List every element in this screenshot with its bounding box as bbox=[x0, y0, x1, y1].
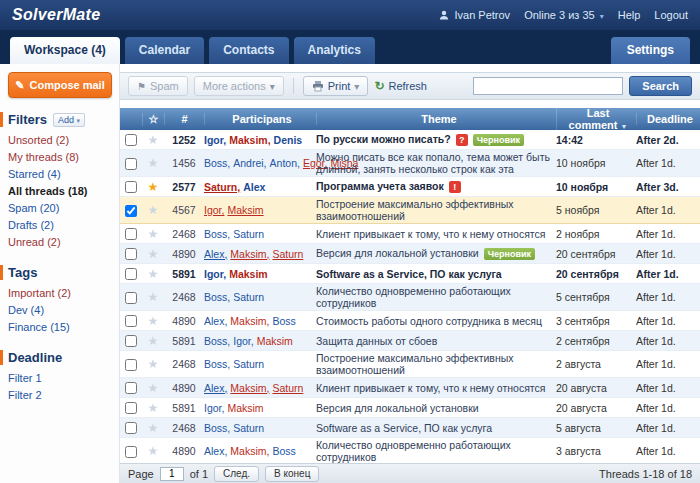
row-checkbox[interactable] bbox=[125, 359, 137, 371]
participant-link[interactable]: Maksim bbox=[257, 335, 293, 347]
thread-subject[interactable]: Software as a Service, ПО как услуга bbox=[316, 268, 502, 280]
star-toggle-icon[interactable]: ★ bbox=[148, 314, 159, 328]
thread-subject[interactable]: Клиент привыкает к тому, что к нему отно… bbox=[316, 228, 545, 240]
thread-row[interactable]: ★1456Boss,Andrei,Anton,Egor,MishaМожно п… bbox=[120, 150, 700, 177]
participant-link[interactable]: Alex bbox=[243, 181, 265, 193]
participant-link[interactable]: Saturn bbox=[272, 248, 303, 260]
sidebar-item-my-threads-8[interactable]: My threads (8) bbox=[8, 149, 113, 166]
sidebar-item-filter-2[interactable]: Filter 2 bbox=[8, 387, 113, 404]
participant-link[interactable]: Igor, bbox=[204, 134, 226, 146]
thread-row[interactable]: ★5891Igor,MaksimВерсия для локальной уст… bbox=[120, 398, 700, 418]
star-toggle-icon[interactable]: ★ bbox=[148, 227, 159, 241]
thread-subject[interactable]: Построение максимально эффективных взаим… bbox=[316, 352, 514, 376]
participant-link[interactable]: Saturn bbox=[233, 228, 264, 240]
row-checkbox[interactable] bbox=[125, 292, 137, 304]
star-toggle-icon[interactable]: ★ bbox=[148, 267, 159, 281]
participant-link[interactable]: Boss, bbox=[204, 422, 230, 434]
participant-link[interactable]: Denis bbox=[274, 134, 303, 146]
star-toggle-icon[interactable]: ★ bbox=[148, 133, 159, 147]
participant-link[interactable]: Alex, bbox=[204, 248, 227, 260]
participant-link[interactable]: Maksim, bbox=[230, 315, 269, 327]
participant-link[interactable]: Igor, bbox=[233, 335, 253, 347]
header-deadline[interactable]: Deadline bbox=[636, 113, 700, 125]
help-link[interactable]: Help bbox=[618, 9, 641, 21]
participant-link[interactable]: Boss, bbox=[204, 335, 230, 347]
row-checkbox[interactable] bbox=[125, 181, 137, 193]
thread-subject[interactable]: Программа учета заявок bbox=[316, 180, 444, 192]
row-checkbox[interactable] bbox=[125, 402, 137, 414]
thread-subject[interactable]: Количество одновременно работающих сотру… bbox=[316, 285, 511, 309]
thread-subject[interactable]: Количество одновременно работающих сотру… bbox=[316, 439, 511, 463]
tab-analytics[interactable]: Analytics bbox=[294, 37, 375, 64]
thread-subject[interactable]: Можно писать все как попало, тема может … bbox=[316, 151, 550, 175]
star-toggle-icon[interactable]: ★ bbox=[148, 203, 159, 217]
row-checkbox[interactable] bbox=[125, 382, 137, 394]
participant-link[interactable]: Maksim bbox=[227, 204, 263, 216]
sidebar-item-filter-1[interactable]: Filter 1 bbox=[8, 370, 113, 387]
thread-row[interactable]: ★2468Boss,SaturnКлиент привыкает к тому,… bbox=[120, 224, 700, 244]
participant-link[interactable]: Anton, bbox=[270, 157, 300, 169]
thread-subject[interactable]: Построение максимально эффективных взаим… bbox=[316, 198, 514, 222]
participant-link[interactable]: Saturn bbox=[233, 422, 264, 434]
star-toggle-icon[interactable]: ★ bbox=[148, 247, 159, 261]
thread-subject[interactable]: Стоимость работы одного сотрудника в мес… bbox=[316, 315, 542, 327]
header-participants[interactable]: Participans bbox=[204, 113, 316, 125]
thread-row[interactable]: ★2468Boss,SaturnКоличество одновременно … bbox=[120, 284, 700, 311]
header-star-column[interactable]: ☆ bbox=[142, 113, 164, 126]
thread-row[interactable]: ★2468Boss,SaturnSoftware as a Service, П… bbox=[120, 418, 700, 438]
row-checkbox[interactable] bbox=[125, 228, 137, 240]
thread-subject[interactable]: Защита данных от сбоев bbox=[316, 335, 437, 347]
participant-link[interactable]: Saturn bbox=[272, 382, 303, 394]
participant-link[interactable]: Boss, bbox=[204, 228, 230, 240]
thread-subject[interactable]: Версия для локальной установки bbox=[316, 247, 479, 259]
thread-subject[interactable]: Версия для локальной установки bbox=[316, 402, 479, 414]
sidebar-item-drafts-2[interactable]: Drafts (2) bbox=[8, 217, 113, 234]
search-input[interactable] bbox=[473, 77, 623, 95]
sidebar-item-all-threads-18[interactable]: All threads (18) bbox=[8, 183, 113, 200]
participant-link[interactable]: Maksim, bbox=[230, 382, 269, 394]
participant-link[interactable]: Boss bbox=[272, 445, 295, 457]
sidebar-item-dev-4[interactable]: Dev (4) bbox=[8, 302, 113, 319]
row-checkbox[interactable] bbox=[125, 205, 137, 217]
more-actions-button[interactable]: More actions ▾ bbox=[194, 76, 284, 96]
star-toggle-icon[interactable]: ★ bbox=[148, 180, 159, 194]
thread-row[interactable]: ★5891Igor,MaksimSoftware as a Service, П… bbox=[120, 264, 700, 284]
thread-row[interactable]: ★4890Alex,Maksim,BossКоличество одноврем… bbox=[120, 438, 700, 463]
next-page-button[interactable]: След. bbox=[214, 466, 259, 482]
participant-link[interactable]: Maksim, bbox=[230, 248, 269, 260]
row-checkbox[interactable] bbox=[125, 248, 137, 260]
thread-row[interactable]: ★4890Alex,Maksim,BossСтоимость работы од… bbox=[120, 311, 700, 331]
header-last-comment[interactable]: Last comment▼ bbox=[556, 107, 636, 131]
tab-calendar[interactable]: Calendar bbox=[125, 37, 204, 64]
star-toggle-icon[interactable]: ★ bbox=[148, 357, 159, 371]
row-checkbox[interactable] bbox=[125, 315, 137, 327]
sidebar-item-starred-4[interactable]: Starred (4) bbox=[8, 166, 113, 183]
print-button[interactable]: Print ▾ bbox=[303, 76, 369, 96]
star-toggle-icon[interactable]: ★ bbox=[148, 334, 159, 348]
participant-link[interactable]: Saturn bbox=[233, 358, 264, 370]
star-toggle-icon[interactable]: ★ bbox=[148, 444, 159, 458]
participant-link[interactable]: Maksim bbox=[229, 268, 268, 280]
thread-row[interactable]: ★4567Igor,MaksimПостроение максимально э… bbox=[120, 197, 700, 224]
participant-link[interactable]: Maksim bbox=[227, 402, 263, 414]
compose-mail-button[interactable]: ✎ Compose mail bbox=[8, 72, 112, 98]
star-toggle-icon[interactable]: ★ bbox=[148, 290, 159, 304]
star-toggle-icon[interactable]: ★ bbox=[148, 401, 159, 415]
header-theme[interactable]: Theme bbox=[316, 113, 556, 125]
participant-link[interactable]: Alex, bbox=[204, 445, 227, 457]
row-checkbox[interactable] bbox=[125, 158, 137, 170]
thread-row[interactable]: ★5891Boss,Igor,MaksimЗащита данных от сб… bbox=[120, 331, 700, 351]
user-menu[interactable]: Ivan Petrov bbox=[439, 9, 510, 21]
participant-link[interactable]: Andrei, bbox=[233, 157, 266, 169]
participant-link[interactable]: Igor, bbox=[204, 268, 226, 280]
thread-row[interactable]: ★2577Saturn,AlexПрограмма учета заявок!1… bbox=[120, 177, 700, 197]
participant-link[interactable]: Alex, bbox=[204, 315, 227, 327]
header-number[interactable]: # bbox=[164, 113, 204, 125]
row-checkbox[interactable] bbox=[125, 134, 137, 146]
row-checkbox[interactable] bbox=[125, 268, 137, 280]
thread-row[interactable]: ★4890Alex,Maksim,SaturnВерсия для локаль… bbox=[120, 244, 700, 264]
thread-subject[interactable]: Клиент привыкает к тому, что к нему отно… bbox=[316, 382, 545, 394]
last-page-button[interactable]: В конец bbox=[265, 466, 319, 482]
participant-link[interactable]: Boss, bbox=[204, 291, 230, 303]
settings-button[interactable]: Settings bbox=[611, 37, 690, 64]
